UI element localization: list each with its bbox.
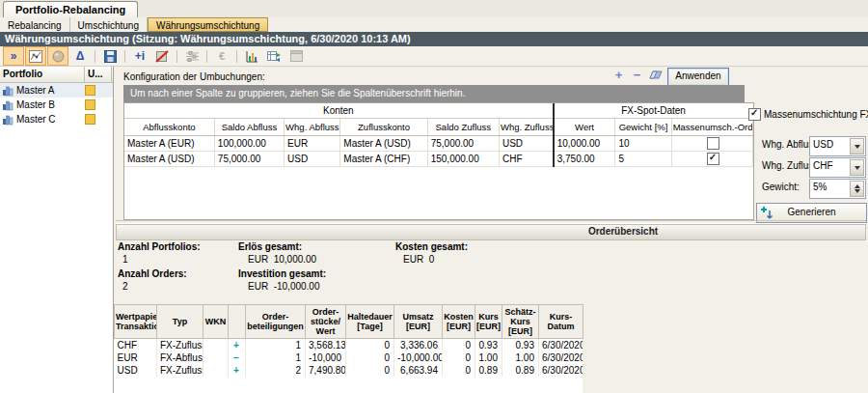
umbuchungen-table-wrap: Konten FX-Spot-Daten Abflusskonto Saldo … <box>123 102 754 220</box>
cell-zuflusskonto[interactable]: Master A (CHF) <box>340 152 427 167</box>
col-wert[interactable]: Wert <box>554 119 615 136</box>
toolbar-separator <box>176 50 177 63</box>
col-typ[interactable]: Typ <box>157 305 203 339</box>
order-table-wrap: Wertpapier/ Transaktion Typ WKN Order- b… <box>114 304 583 393</box>
cell-saldo-zufluss[interactable]: 150,000.00 <box>427 152 499 167</box>
col-whg-zufluss[interactable]: Whg. Zufluss <box>499 119 553 136</box>
umbuchung-row[interactable]: Master A (USD) 75,000.00 USD Master A (C… <box>124 152 753 167</box>
col-umsatz[interactable]: Umsatz [EUR] <box>394 305 443 339</box>
col-kosten[interactable]: Kosten [EUR] <box>443 305 475 339</box>
cell-saldo-zufluss[interactable]: 75,000.00 <box>427 136 499 152</box>
chart-view-button[interactable] <box>25 46 46 66</box>
add-row-button[interactable]: + <box>611 68 626 82</box>
cell-beteiligungen: 1 <box>246 339 306 352</box>
dropdown-arrow-button[interactable] <box>850 138 864 154</box>
exclude-button[interactable] <box>151 46 173 66</box>
expand-chevrons-button[interactable]: » <box>3 46 24 66</box>
kosten-gesamt-value: EUR 0 <box>403 254 434 265</box>
col-saldo-zufluss[interactable]: Saldo Zufluss <box>427 119 499 136</box>
tab-waehrungsumschichtung[interactable]: Währungsumschichtung <box>148 17 268 32</box>
col-orderstuecke-wert[interactable]: Order- stücke/ Wert <box>306 305 346 339</box>
col-wkn[interactable]: WKN <box>203 305 229 339</box>
col-wertpapier-transaktion[interactable]: Wertpapier/ Transaktion <box>115 305 157 339</box>
col-abflusskonto[interactable]: Abflusskonto <box>124 119 214 136</box>
col-gewicht[interactable]: Gewicht [%] <box>615 119 671 136</box>
massenumsch-order-checkbox[interactable] <box>707 153 719 165</box>
portfolio-item-master-b[interactable]: Master B <box>0 98 113 112</box>
dropdown-arrow-button[interactable] <box>850 159 864 176</box>
cell-wert[interactable]: 3,750.00 <box>554 152 615 167</box>
u-column-header[interactable]: U... <box>85 67 112 82</box>
tab-umschichtung[interactable]: Umschichtung <box>70 17 148 32</box>
order-table: Wertpapier/ Transaktion Typ WKN Order- b… <box>114 304 583 377</box>
cell-abflusskonto[interactable]: Master A (EUR) <box>124 136 214 152</box>
tab-rebalancing[interactable]: Rebalancing <box>0 17 70 32</box>
col-zuflusskonto[interactable]: Zuflusskonto <box>340 119 427 136</box>
portfolio-icon <box>2 99 14 111</box>
add-info-button[interactable]: +i <box>129 46 150 66</box>
config-heading: Konfiguration der Umbuchungen: <box>123 71 265 82</box>
cell-whg-abfluss[interactable]: EUR <box>285 136 340 152</box>
remove-row-button[interactable]: − <box>630 68 644 82</box>
col-orderbeteiligungen[interactable]: Order- beteiligungen <box>246 305 306 339</box>
anzahl-portfolios-label: Anzahl Portfolios: <box>118 241 201 252</box>
portfolio-item-master-c[interactable]: Master C <box>0 112 113 126</box>
mass-fx-label: Massenumschichtung FX-Spots <box>764 109 868 120</box>
cell-whg-zufluss[interactable]: USD <box>499 136 553 152</box>
generate-icon <box>761 207 773 219</box>
cell-wert[interactable]: 10,000.00 <box>554 136 615 152</box>
col-massenumsch-order[interactable]: Massenumsch.-Order <box>671 119 752 136</box>
cell-whg-zufluss[interactable]: CHF <box>499 152 553 167</box>
buy-sign-icon: + <box>229 364 246 377</box>
order-row[interactable]: CHF FX-Zufluss + 1 3,568.13 0 3,336.06 0… <box>115 339 583 352</box>
gewicht-stepper[interactable]: 5% <box>809 179 866 199</box>
massenumsch-order-checkbox[interactable] <box>707 137 719 150</box>
portfolio-name: Master A <box>16 85 54 96</box>
toolbar-separator <box>124 50 125 63</box>
mass-fx-checkbox[interactable] <box>748 108 761 121</box>
umbuchung-row[interactable]: Master A (EUR) 100,000.00 EUR Master A (… <box>124 136 753 152</box>
toolbar-separator <box>236 50 237 63</box>
page-title: Währungsumschichtung (Sitzung: Währungsu… <box>0 32 868 46</box>
col-kurs[interactable]: Kurs [EUR] <box>475 305 502 339</box>
cell-abflusskonto[interactable]: Master A (USD) <box>124 152 214 167</box>
portfolio-column-header[interactable]: Portfolio <box>0 67 85 82</box>
apply-button[interactable]: Anwenden <box>667 68 729 86</box>
col-kurs-datum[interactable]: Kurs- Datum <box>539 305 583 339</box>
sphere-view-button[interactable] <box>47 46 68 66</box>
order-overview-header: Orderübersicht <box>116 224 866 240</box>
cell-whg-abfluss[interactable]: USD <box>285 152 340 167</box>
order-row[interactable]: EUR FX-Abfluss − 1 -10,000 0 -10,000.00 … <box>115 351 583 364</box>
stepper-arrows[interactable] <box>850 181 864 197</box>
col-sign[interactable] <box>229 305 246 339</box>
chart-report-button[interactable] <box>241 46 262 66</box>
cell-kosten: 0 <box>443 339 475 352</box>
whg-zufluss-select[interactable]: CHF <box>809 157 866 178</box>
whg-abfluss-select[interactable]: USD <box>809 136 866 156</box>
delta-button[interactable]: Δ <box>69 46 91 66</box>
whg-abfluss-field: Whg. Abfluss: USD <box>762 136 868 153</box>
cell-haltedauer: 0 <box>346 339 394 352</box>
cell-saldo-abfluss[interactable]: 75,000.00 <box>214 152 284 167</box>
save-button[interactable] <box>99 46 121 66</box>
cell-gewicht[interactable]: 10 <box>615 136 671 152</box>
col-schaetz-kurs[interactable]: Schätz- Kurs [EUR] <box>502 305 539 339</box>
main-tab-bar: Portfolio-Rebalancing <box>0 0 868 18</box>
clear-button[interactable] <box>648 68 663 82</box>
chevron-down-icon <box>854 166 860 170</box>
whg-abfluss-value: USD <box>813 139 833 150</box>
cell-gewicht[interactable]: 5 <box>615 152 671 167</box>
group-by-hint-bar[interactable]: Um nach einer Spalte zu gruppieren, zieh… <box>123 85 745 102</box>
col-saldo-abfluss[interactable]: Saldo Abfluss <box>214 119 284 136</box>
cell-zuflusskonto[interactable]: Master A (USD) <box>340 136 427 152</box>
col-haltedauer[interactable]: Haltedauer [Tage] <box>346 305 394 339</box>
order-row[interactable]: USD FX-Zufluss + 2 7,490.80 0 6,663.94 0… <box>115 364 583 377</box>
cell-saldo-abfluss[interactable]: 100,000.00 <box>214 136 284 152</box>
mass-fx-checkbox-row: Massenumschichtung FX-Spots <box>748 108 868 121</box>
umschichtung-marker <box>85 99 95 110</box>
portfolio-item-master-a[interactable]: Master A <box>0 83 113 98</box>
col-whg-abfluss[interactable]: Whg. Abfluss <box>285 119 340 136</box>
cell-umsatz: 6,663.94 <box>394 364 443 377</box>
table-refresh-button[interactable] <box>263 46 285 66</box>
investition-gesamt-label: Investition gesamt: <box>238 268 326 279</box>
